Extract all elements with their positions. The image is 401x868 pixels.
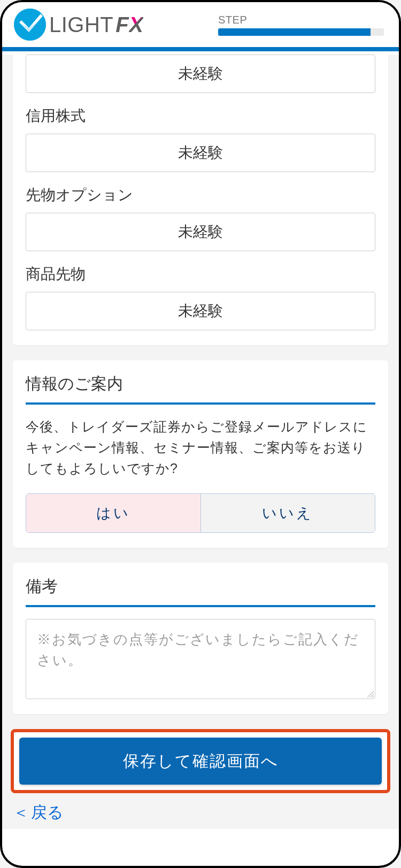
experience-label-0: 信用株式 (26, 93, 375, 134)
app-header: LIGHT FX STEP (2, 2, 399, 47)
step-progress-label: STEP (218, 14, 384, 26)
experience-select-value: 未経験 (178, 64, 223, 84)
seg-label: はい (96, 503, 130, 523)
info-description: 今後、トレイダーズ証券からご登録メールアドレスにキャンペーン情報、セミナー情報、… (26, 416, 375, 478)
remarks-card: 備考 ※お気づきの点等がございましたらご記入ください。 (13, 563, 388, 714)
experience-select-top[interactable]: 未経験 (26, 55, 375, 93)
info-consent-yes[interactable]: はい (26, 494, 201, 532)
header-divider (2, 47, 399, 51)
brand-logo-icon (14, 9, 46, 41)
save-and-confirm-button[interactable]: 保存して確認画面へ (19, 738, 382, 785)
experience-card: 未経験 信用株式 未経験 先物オプション 未経験 商品先物 未経験 (13, 55, 388, 345)
seg-label: いいえ (262, 503, 313, 523)
experience-select-value: 未経験 (178, 143, 223, 163)
experience-select-0[interactable]: 未経験 (26, 134, 375, 172)
info-card: 情報のご案内 今後、トレイダーズ証券からご登録メールアドレスにキャンペーン情報、… (13, 360, 388, 548)
step-progress: STEP (218, 14, 384, 36)
brand-logo-text: LIGHT FX (49, 13, 143, 37)
experience-label-1: 先物オプション (26, 172, 375, 213)
back-link-label: 戻る (31, 802, 64, 824)
resize-handle-icon (366, 690, 374, 698)
svg-line-3 (372, 696, 374, 698)
remarks-section-title: 備考 (26, 563, 375, 607)
remarks-placeholder: ※お気づきの点等がございましたらご記入ください。 (37, 629, 364, 671)
experience-label-2: 商品先物 (26, 251, 375, 292)
primary-cta-label: 保存して確認画面へ (123, 750, 279, 772)
primary-cta-highlight: 保存して確認画面へ (11, 729, 390, 793)
step-progress-fill (218, 28, 371, 36)
info-consent-toggle: はい いいえ (26, 493, 375, 533)
experience-select-1[interactable]: 未経験 (26, 213, 375, 251)
info-section-title: 情報のご案内 (26, 360, 375, 405)
step-progress-bar (218, 28, 384, 36)
experience-select-value: 未経験 (178, 301, 223, 321)
experience-select-value: 未経験 (178, 222, 223, 242)
back-link[interactable]: ＜ 戻る (2, 793, 399, 829)
chevron-left-icon: ＜ (13, 802, 29, 824)
info-consent-no[interactable]: いいえ (201, 494, 375, 532)
svg-point-0 (14, 9, 46, 41)
experience-select-2[interactable]: 未経験 (26, 292, 375, 330)
brand-logo: LIGHT FX (14, 9, 143, 41)
remarks-textarea[interactable]: ※お気づきの点等がございましたらご記入ください。 (26, 619, 375, 699)
